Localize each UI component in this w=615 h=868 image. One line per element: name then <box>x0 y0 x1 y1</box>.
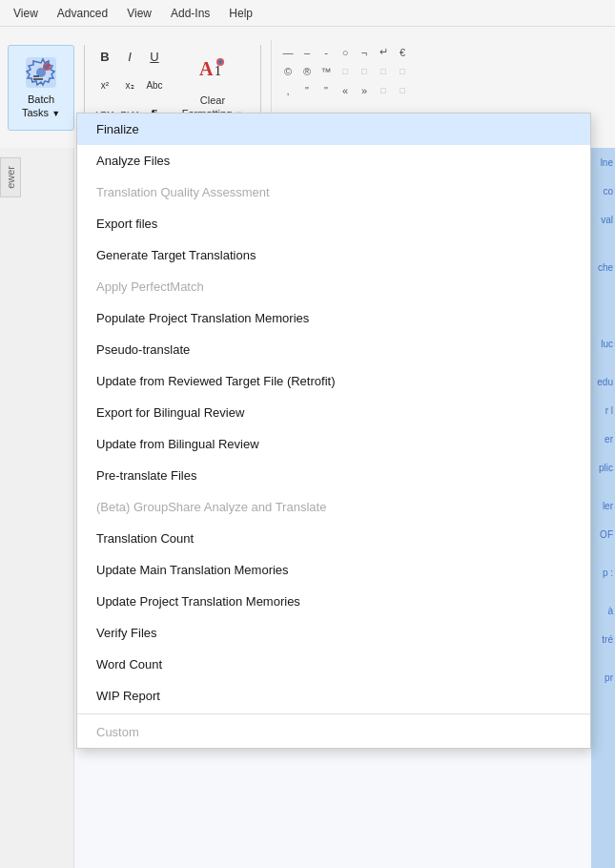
close-double-quote[interactable]: " <box>318 82 335 99</box>
dropdown-item-populate-tm[interactable]: Populate Project Translation Memories <box>77 302 590 334</box>
dropdown-item-finalize[interactable]: Finalize <box>77 114 590 145</box>
square-1[interactable]: □ <box>337 63 354 80</box>
dropdown-item-retrofit[interactable]: Update from Reviewed Target File (Retrof… <box>77 365 590 397</box>
menu-help[interactable]: Help <box>219 3 262 24</box>
right-text-6: edu <box>597 377 613 387</box>
italic-button[interactable]: I <box>119 47 140 68</box>
right-text-2: co <box>603 186 613 196</box>
registered[interactable]: ® <box>298 63 316 80</box>
dash-em[interactable]: — <box>279 44 297 61</box>
right-text-7: r l <box>605 405 613 416</box>
sidebar-tab-ewer[interactable]: ewer <box>0 157 21 197</box>
square-4[interactable]: □ <box>394 63 411 80</box>
return-arrow[interactable]: ↵ <box>375 44 392 61</box>
special-row-2: © ® ™ □ □ □ □ <box>279 63 411 80</box>
dropdown-item-tqa: Translation Quality Assessment <box>77 176 590 208</box>
dropdown-item-update-bilingual[interactable]: Update from Bilingual Review <box>77 428 590 460</box>
special-row-1: — – ‑ ○ ¬ ↵ € <box>279 44 411 61</box>
dropdown-item-update-project-tm[interactable]: Update Project Translation Memories <box>77 586 590 617</box>
dropdown-item-update-main-tm[interactable]: Update Main Translation Memories <box>77 554 590 586</box>
right-text-5: luc <box>601 339 613 349</box>
comma-quote[interactable]: , <box>279 82 297 99</box>
batch-tasks-label: Batch Tasks ▼ <box>22 93 60 118</box>
dropdown-item-groupshare: (Beta) GroupShare Analyze and Translate <box>77 491 590 523</box>
right-text-1: lne <box>601 157 613 168</box>
dropdown-item-generate-target[interactable]: Generate Target Translations <box>77 239 590 271</box>
right-text-3: val <box>601 215 613 225</box>
dropdown-divider <box>77 713 590 714</box>
dropdown-item-export-files[interactable]: Export files <box>77 208 590 239</box>
right-text-11: OF <box>600 529 613 540</box>
bold-button[interactable]: B <box>94 47 115 68</box>
square-3[interactable]: □ <box>375 63 392 80</box>
trademark[interactable]: ™ <box>318 63 335 80</box>
menu-addins[interactable]: Add-Ins <box>161 3 219 24</box>
dropdown-item-custom: Custom <box>77 716 590 748</box>
right-text-4: che <box>598 262 613 273</box>
euro[interactable]: € <box>394 44 411 61</box>
right-color-strip: lne co val che luc edu r l er plic ler O… <box>591 148 615 868</box>
svg-text:A: A <box>199 58 214 79</box>
dropdown-item-word-count[interactable]: Word Count <box>77 649 590 680</box>
dropdown-item-wip-report[interactable]: WIP Report <box>77 680 590 712</box>
dropdown-item-perfectmatch: Apply PerfectMatch <box>77 271 590 302</box>
right-text-8: er <box>605 434 613 444</box>
sidebar-left: ewer <box>0 148 74 868</box>
menu-view[interactable]: View <box>4 3 48 24</box>
right-text-14: tré <box>602 634 613 645</box>
menu-view2[interactable]: View <box>117 3 161 24</box>
svg-point-9 <box>218 60 222 64</box>
character-formatting-button[interactable]: Abc <box>144 75 165 96</box>
right-text-13: à <box>607 606 613 616</box>
guillemet-left[interactable]: « <box>337 82 354 99</box>
right-text-12: p : <box>603 568 613 578</box>
non-breaking-hyphen[interactable]: ‑ <box>318 44 335 61</box>
right-text-15: pr <box>605 672 613 683</box>
underline-button[interactable]: U <box>144 47 165 68</box>
menu-advanced[interactable]: Advanced <box>48 3 117 24</box>
square-5[interactable]: □ <box>375 82 392 99</box>
dash-en[interactable]: – <box>298 44 316 61</box>
dropdown-item-verify-files[interactable]: Verify Files <box>77 617 590 649</box>
superscript-button[interactable]: x² <box>94 75 115 96</box>
special-row-3: , " " « » □ □ <box>279 82 411 99</box>
right-text-9: plic <box>599 463 613 473</box>
subscript-button[interactable]: x₂ <box>119 75 140 96</box>
svg-text:1: 1 <box>215 64 221 78</box>
format-row-2: x² x₂ Abc <box>94 75 165 96</box>
batch-tasks-button[interactable]: Batch Tasks ▼ <box>8 45 74 131</box>
open-double-quote[interactable]: " <box>298 82 316 99</box>
batch-tasks-icon <box>24 55 58 90</box>
guillemet-right[interactable]: » <box>356 82 373 99</box>
right-text-10: ler <box>603 501 613 511</box>
circle[interactable]: ○ <box>337 44 354 61</box>
copyright[interactable]: © <box>279 63 297 80</box>
clear-formatting-icon: A 1 <box>197 54 228 91</box>
menu-bar: View Advanced View Add-Ins Help <box>0 0 615 27</box>
square-6[interactable]: □ <box>394 82 411 99</box>
not-sign[interactable]: ¬ <box>356 44 373 61</box>
square-2[interactable]: □ <box>356 63 373 80</box>
dropdown-item-translation-count[interactable]: Translation Count <box>77 523 590 554</box>
dropdown-item-pseudo-translate[interactable]: Pseudo-translate <box>77 334 590 365</box>
svg-point-3 <box>45 65 49 69</box>
batch-tasks-dropdown: Finalize Analyze Files Translation Quali… <box>76 113 591 749</box>
format-row-1: B I U <box>94 47 165 68</box>
dropdown-item-pre-translate[interactable]: Pre-translate Files <box>77 460 590 491</box>
dropdown-item-analyze-files[interactable]: Analyze Files <box>77 145 590 176</box>
dropdown-item-export-bilingual[interactable]: Export for Bilingual Review <box>77 397 590 428</box>
